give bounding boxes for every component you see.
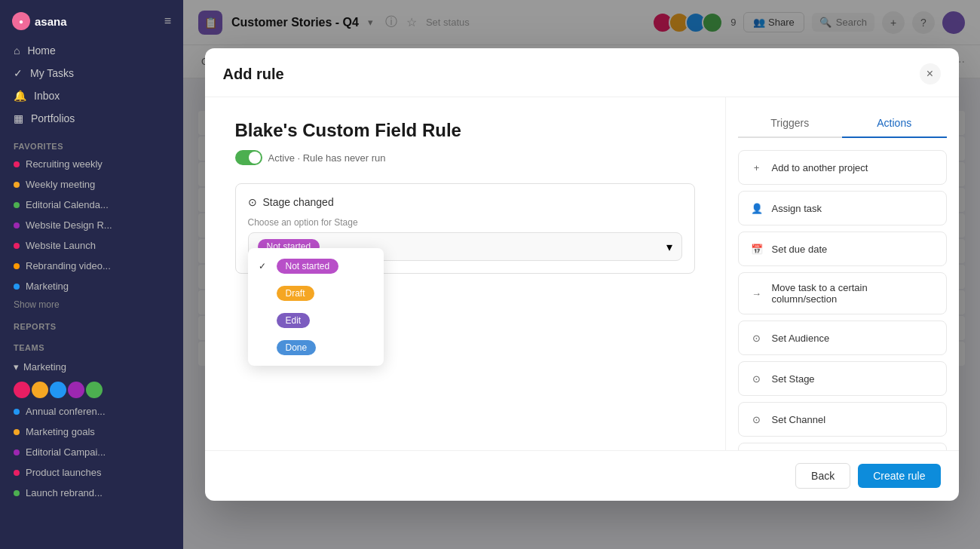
action-label: Move task to a certain column/section [772,282,936,305]
person-icon: 👤 [749,201,764,216]
action-set-audience[interactable]: ⊙ Set Audience [738,321,947,355]
active-toggle[interactable] [235,150,262,165]
rule-title: Blake's Custom Field Rule [235,120,695,141]
arrow-right-icon: → [749,286,764,301]
create-rule-button[interactable]: Create rule [858,464,940,488]
sidebar-menu-icon[interactable]: ≡ [164,14,171,28]
dropdown-item-draft[interactable]: Draft [248,280,384,307]
sidebar-project-marketing-goals[interactable]: Marketing goals [0,422,183,442]
reports-section-title: Reports [0,313,183,334]
action-set-channel[interactable]: ⊙ Set Channel [738,402,947,437]
trigger-header: ⊙ Stage changed [248,196,682,208]
circle-icon: ⊙ [749,330,764,345]
option-edit: Edit [277,313,311,328]
modal-close-button[interactable]: × [920,63,941,84]
asana-logo: ● asana [12,12,67,30]
sidebar-project-weekly[interactable]: Weekly meeting [0,174,183,195]
modal-title: Add rule [223,66,284,83]
sidebar-item-mytasks[interactable]: ✓ My Tasks [6,62,177,84]
back-button[interactable]: Back [795,463,850,489]
dropdown-item-done[interactable]: Done [248,334,384,361]
action-label: Set Stage [772,373,815,385]
sidebar: ● asana ≡ ⌂ Home ✓ My Tasks 🔔 Inbox ▦ Po… [0,0,183,549]
action-set-effort[interactable]: ⊙ Set Effort [738,443,947,450]
action-label: Set Audience [772,333,830,344]
action-assign-task[interactable]: 👤 Assign task [738,191,947,225]
modal-left-panel: Blake's Custom Field Rule Active · Rule … [205,97,725,450]
sidebar-project-marketing[interactable]: Marketing [0,276,183,296]
dropdown-item-not-started[interactable]: ✓ Not started [248,253,384,280]
action-label: Assign task [772,203,822,214]
option-done: Done [277,340,317,355]
modal-footer: Back Create rule [205,450,959,501]
chart-icon: ▦ [14,112,23,124]
sidebar-team-marketing[interactable]: ▾ Marketing [0,355,183,379]
action-label: Add to another project [772,162,868,173]
chevron-down-icon: ▾ [14,361,19,373]
action-set-stage[interactable]: ⊙ Set Stage [738,361,947,396]
teams-section-title: Teams [0,334,183,355]
action-move-task[interactable]: → Move task to a certain column/section [738,272,947,314]
action-set-due-date[interactable]: 📅 Set due date [738,232,947,266]
tab-actions[interactable]: Actions [842,109,947,138]
status-label: Active · Rule has never run [268,152,386,164]
sidebar-item-portfolios[interactable]: ▦ Portfolios [6,107,177,130]
sidebar-project-editorial[interactable]: Editorial Calenda... [0,195,183,215]
team-avatars [0,379,183,401]
modal-right-panel: Triggers Actions + Add to another projec… [725,97,959,450]
tab-triggers[interactable]: Triggers [738,109,843,138]
sidebar-project-website-launch[interactable]: Website Launch [0,235,183,256]
home-icon: ⌂ [14,44,20,57]
circle-icon-3: ⊙ [749,412,764,427]
sidebar-project-launch-rebrand[interactable]: Launch rebrand... [0,483,183,503]
add-rule-modal: Add rule × Blake's Custom Field Rule Act… [205,48,959,501]
stage-dropdown: ✓ Not started Draft Edit [248,248,384,366]
sidebar-project-product-launches[interactable]: Product launches [0,462,183,483]
main-content-area: 📋 Customer Stories - Q4 ▾ ⓘ ☆ Set status… [183,0,980,549]
option-not-started: Not started [277,259,339,274]
modal-header: Add rule × [205,48,959,97]
bell-icon: 🔔 [14,90,26,102]
show-more-link[interactable]: Show more [0,296,183,313]
sidebar-item-inbox[interactable]: 🔔 Inbox [6,84,177,107]
sidebar-project-website-design[interactable]: Website Design R... [0,215,183,235]
sidebar-project-rebranding[interactable]: Rebranding video... [0,256,183,276]
sidebar-nav: ⌂ Home ✓ My Tasks 🔔 Inbox ▦ Portfolios [0,36,183,133]
check-icon: ✓ [14,67,23,79]
circle-icon-2: ⊙ [749,371,764,386]
trigger-title: Stage changed [263,196,334,208]
sidebar-project-editorial-campaign[interactable]: Editorial Campai... [0,442,183,462]
sidebar-item-home[interactable]: ⌂ Home [6,39,177,62]
trigger-icon: ⊙ [248,196,257,208]
action-add-to-project[interactable]: + Add to another project [738,150,947,185]
chevron-down-icon: ▾ [666,240,672,254]
rule-status: Active · Rule has never run [235,150,695,165]
panel-tabs: Triggers Actions [738,109,947,138]
sidebar-header: ● asana ≡ [0,0,183,36]
sidebar-item-label: My Tasks [30,67,74,79]
favorites-section-title: Favorites [0,133,183,154]
modal-body: Blake's Custom Field Rule Active · Rule … [205,97,959,450]
plus-icon: + [749,160,764,175]
trigger-box: ⊙ Stage changed Choose an option for Sta… [235,183,695,274]
action-label: Set Channel [772,414,826,425]
action-label: Set due date [772,244,828,255]
sidebar-item-label: Portfolios [31,112,75,124]
asana-logo-icon: ● [12,12,30,30]
toggle-knob [249,152,261,164]
option-draft: Draft [277,286,314,301]
sidebar-project-recruiting[interactable]: Recruiting weekly [0,154,183,174]
sidebar-item-label: Home [27,44,55,57]
sidebar-project-annual[interactable]: Annual conferen... [0,401,183,422]
calendar-icon: 📅 [749,241,764,256]
app-name: asana [35,15,67,28]
sidebar-item-label: Inbox [34,90,60,102]
modal-overlay: Add rule × Blake's Custom Field Rule Act… [183,0,980,549]
dropdown-item-edit[interactable]: Edit [248,307,384,334]
check-icon: ✓ [259,261,269,271]
choose-stage-label: Choose an option for Stage [248,217,682,228]
